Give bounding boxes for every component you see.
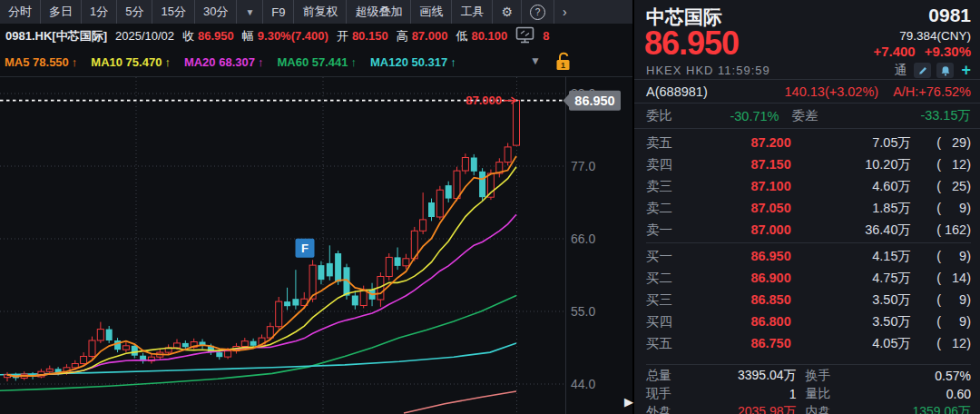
stats-row-lot: 现手1量比0.60	[646, 385, 971, 403]
ma60-legend: MA60 57.441↑	[277, 55, 357, 69]
tab-30min[interactable]: 30分	[195, 0, 237, 24]
last-price: 86.950	[644, 26, 739, 61]
stats-row-inout: 外盘2035.98万内盘1359.06万	[646, 403, 971, 414]
forward-adjust-button[interactable]: 前复权	[294, 0, 347, 24]
sell-row-2[interactable]: 卖二87.0501.85万(9)	[646, 197, 971, 219]
buy-row-3[interactable]: 买三86.8503.50万(9)	[646, 289, 971, 310]
buy-row-5[interactable]: 买五86.7504.05万(12)	[646, 332, 971, 354]
low-value: 80.100	[471, 29, 507, 43]
high-price-callout: 87.000	[466, 94, 502, 107]
tools-button[interactable]: 工具	[452, 0, 493, 24]
tab-15min[interactable]: 15分	[152, 0, 194, 24]
tab-5min[interactable]: 5分	[117, 0, 152, 24]
stock-connect-badge: 通	[894, 63, 906, 79]
f9-button[interactable]: F9	[263, 0, 294, 24]
tab-timeshare[interactable]: 分时	[0, 0, 41, 24]
monitor-icon[interactable]	[515, 26, 534, 46]
range-value: 9.30%(7.400)	[258, 29, 328, 43]
buy-order-book: 买一86.9504.15万(9) 买二86.9004.75万(14) 买三86.…	[634, 243, 980, 354]
a-share-price: 140.13(+3.02%)	[785, 84, 879, 99]
buy-row-4[interactable]: 买四86.8003.50万(9)	[646, 310, 971, 332]
chart-toolbar: 分时 多日 1分 5分 15分 30分 ▼ F9 前复权 超级叠加 画线 工具 …	[0, 0, 632, 24]
buy-row-1[interactable]: 买一86.9504.15万(9)	[646, 245, 971, 267]
ah-premium: A/H:+76.52%	[893, 84, 971, 99]
weicha-label: 委差	[779, 107, 842, 124]
sell-row-4[interactable]: 卖四87.15010.20万(12)	[646, 153, 971, 175]
up-arrow-icon: ↑	[450, 55, 456, 69]
super-overlay-button[interactable]: 超级叠加	[347, 0, 411, 24]
period-dropdown[interactable]: ▼	[237, 0, 263, 24]
unlock-icon[interactable]: 1	[554, 50, 573, 74]
quote-info-row: 0981.HK[中芯国际] 2025/10/02 收86.950 幅9.30%(…	[0, 24, 632, 48]
help-icon[interactable]: ?	[522, 0, 554, 24]
cny-price: 79.384(CNY)	[864, 29, 971, 43]
date-label: 2025/10/02	[115, 29, 174, 43]
up-arrow-icon: ↑	[258, 55, 264, 69]
y-axis-label: 77.0	[571, 159, 595, 173]
panel-header: 中芯国际 0981 86.950 79.384(CNY) +7.400+9.30…	[634, 0, 980, 80]
ma-line-ma250	[404, 391, 516, 413]
event-flag-label: F	[301, 242, 309, 255]
svg-text:1: 1	[561, 61, 565, 70]
buy-row-2[interactable]: 买二86.9004.75万(14)	[646, 267, 971, 289]
high-value: 87.000	[412, 29, 448, 43]
ma10-legend: MA10 75.470↑	[91, 55, 171, 69]
a-share-code: A(688981)	[646, 84, 708, 99]
close-value: 86.950	[198, 29, 234, 43]
market-session-label: HKEX HKD 11:59:59	[646, 64, 770, 77]
y-axis-label: 55.0	[571, 304, 595, 319]
stock-code: 0981	[928, 5, 971, 26]
weibi-value: -30.71%	[699, 109, 779, 123]
collapse-triangle-icon[interactable]: ▼	[530, 54, 541, 67]
y-axis-label: 44.0	[571, 377, 595, 391]
edit-pencil-icon[interactable]	[914, 63, 931, 78]
chart-area: 88.077.066.055.044.087.00086.950F 分时 多日 …	[0, 0, 632, 414]
quote-panel: 中芯国际 0981 86.950 79.384(CNY) +7.400+9.30…	[634, 0, 980, 414]
sell-order-book: 卖五87.2007.05万(29) 卖四87.15010.20万(12) 卖三8…	[634, 129, 980, 242]
panel-collapse-handle[interactable]: ▶	[624, 395, 633, 409]
sell-row-1[interactable]: 卖一87.00036.40万(162)	[646, 219, 971, 241]
sell-row-3[interactable]: 卖三87.1004.60万(25)	[646, 175, 971, 197]
ma-legend-row: MA5 78.550↑ MA10 75.470↑ MA20 68.307↑ MA…	[0, 48, 632, 76]
chevron-down-icon: ▼	[245, 7, 254, 17]
price-change: +7.400+9.30%	[864, 44, 971, 59]
open-label: 开	[337, 28, 348, 44]
close-label: 收	[182, 28, 194, 44]
ma5-legend: MA5 78.550↑	[5, 55, 77, 69]
tab-multiday[interactable]: 多日	[41, 0, 82, 24]
up-arrow-icon: ↑	[72, 55, 78, 69]
stats-block: 总量3395.04万换手0.57% 现手1量比0.60 外盘2035.98万内盘…	[634, 367, 980, 414]
symbol-label: 0981.HK[中芯国际]	[5, 28, 107, 44]
open-value: 80.150	[352, 29, 388, 43]
tab-1min[interactable]: 1分	[82, 0, 117, 24]
candles	[5, 100, 520, 381]
weibi-label: 委比	[646, 107, 699, 124]
chevron-right-icon[interactable]: ›	[554, 0, 575, 24]
ma120-legend: MA120 50.317↑	[370, 55, 456, 69]
settings-gear-icon[interactable]: ⚙	[493, 0, 522, 24]
draw-line-button[interactable]: 画线	[411, 0, 452, 24]
add-watchlist-icon[interactable]: +	[961, 61, 971, 80]
clipped-value: 8	[543, 29, 549, 43]
up-arrow-icon: ↑	[164, 55, 171, 69]
ma20-legend: MA20 68.307↑	[184, 55, 264, 69]
alert-bell-icon[interactable]	[936, 63, 954, 78]
weibi-row: 委比 -30.71% 委差 -33.15万	[634, 104, 980, 129]
current-price-badge-text: 86.950	[574, 94, 614, 108]
a-share-row[interactable]: A(688981) 140.13(+3.02%) A/H:+76.52%	[634, 80, 980, 104]
y-axis-label: 66.0	[571, 232, 595, 246]
low-label: 低	[456, 28, 467, 44]
high-label: 高	[397, 28, 408, 44]
range-label: 幅	[242, 28, 254, 44]
sell-row-5[interactable]: 卖五87.2007.05万(29)	[646, 132, 971, 153]
up-arrow-icon: ↑	[351, 55, 358, 69]
weicha-value: -33.15万	[842, 107, 971, 124]
stats-row-volume: 总量3395.04万换手0.57%	[646, 367, 971, 385]
